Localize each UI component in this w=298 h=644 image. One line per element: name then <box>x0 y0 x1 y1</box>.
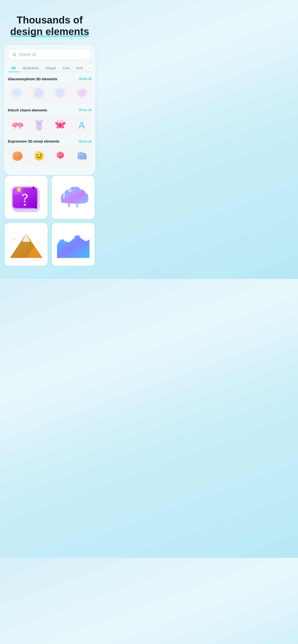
blue-cloud-3d <box>52 176 95 219</box>
kitsch-bear-card[interactable] <box>29 115 49 134</box>
svg-point-35 <box>59 155 60 156</box>
tab-shape[interactable]: Shape <box>42 64 59 72</box>
search-bar[interactable]: Search all <box>8 50 92 60</box>
svg-point-14 <box>36 122 38 123</box>
filter-tabs: All Illustration Shape Line Icon › <box>8 64 92 72</box>
svg-point-5 <box>17 124 18 126</box>
emoji-grid <box>8 146 92 166</box>
tab-line[interactable]: Line <box>59 64 73 72</box>
svg-point-37 <box>59 155 60 155</box>
featured-row-1: ? ⭐ ✦ ✦ <box>4 175 95 219</box>
wave-3d <box>52 223 95 266</box>
featured-row-2: ✦ ✦ <box>4 222 95 266</box>
svg-point-29 <box>41 154 41 155</box>
kitsch-letter-card[interactable]: A A <box>72 115 91 134</box>
featured-section: ? ⭐ ✦ ✦ <box>4 175 95 269</box>
star-icon-3: ✦ <box>34 206 38 210</box>
svg-point-25 <box>34 151 44 161</box>
mountain-star-1: ✦ <box>13 236 16 241</box>
svg-point-44 <box>83 156 83 156</box>
glassmorphism-show-all[interactable]: Show all <box>79 77 92 81</box>
svg-point-22 <box>19 156 20 157</box>
featured-card-cloud[interactable] <box>51 175 95 219</box>
glass-element-1[interactable] <box>8 84 27 103</box>
svg-point-17 <box>62 120 63 121</box>
tab-icon[interactable]: Icon <box>73 64 86 72</box>
kitsch-title: Kitsch charm elements <box>8 108 47 112</box>
svg-point-10 <box>36 120 42 127</box>
svg-point-42 <box>83 155 84 156</box>
tab-all[interactable]: All <box>8 64 19 72</box>
question-mark-3d: ? ⭐ ✦ ✦ <box>5 176 48 219</box>
svg-point-15 <box>60 122 61 128</box>
svg-text:A: A <box>78 120 85 130</box>
cloud-ghost-icon <box>75 149 89 163</box>
mountain-3d: ✦ ✦ <box>5 225 48 264</box>
happy-face-icon <box>32 149 46 163</box>
glass-shape-3 <box>54 87 67 100</box>
emoji-cookie-card[interactable] <box>8 146 27 166</box>
svg-point-54 <box>80 236 83 239</box>
glassmorphism-grid <box>8 84 92 103</box>
svg-point-49 <box>24 204 26 206</box>
emoji-hexagon-card[interactable] <box>51 146 70 166</box>
bear-icon <box>32 118 46 132</box>
svg-point-43 <box>81 156 81 156</box>
glass-shape-4 <box>75 87 89 100</box>
svg-point-53 <box>72 236 75 239</box>
kitsch-bow-card[interactable] <box>8 115 27 134</box>
emoji-section-header: Expressive 3D emoji elements Show all <box>8 139 92 143</box>
svg-point-16 <box>58 120 59 121</box>
svg-point-12 <box>40 123 41 124</box>
butterfly-icon <box>54 118 67 132</box>
featured-card-wave[interactable] <box>51 222 95 266</box>
featured-card-question[interactable]: ? ⭐ ✦ ✦ <box>4 175 48 219</box>
glassmorphism-title: Glassmorphism 3D elements <box>8 77 57 81</box>
glassmorphism-section-header: Glassmorphism 3D elements Show all <box>8 77 92 81</box>
hero-title: Thousands of design elements <box>3 14 96 38</box>
svg-point-24 <box>15 156 15 157</box>
svg-point-11 <box>37 123 38 124</box>
bow-icon <box>11 118 25 132</box>
glass-element-2[interactable] <box>29 84 49 103</box>
cookie-icon <box>11 149 25 163</box>
svg-point-13 <box>38 124 40 125</box>
tab-illustration[interactable]: Illustration <box>19 64 42 72</box>
star-icon-2: ✦ <box>32 186 35 190</box>
featured-card-mountain[interactable]: ✦ ✦ <box>4 222 48 266</box>
emoji-show-all[interactable]: Show all <box>79 140 92 143</box>
svg-line-1 <box>15 55 16 56</box>
svg-point-36 <box>61 155 62 156</box>
kitsch-show-all[interactable]: Show all <box>79 108 92 112</box>
main-card: Search all All Illustration Shape Line I… <box>4 45 95 176</box>
svg-point-52 <box>64 239 66 242</box>
emoji-title: Expressive 3D emoji elements <box>8 139 60 143</box>
svg-point-21 <box>18 153 19 154</box>
page-container: Thousands of design elements Search all … <box>0 0 99 279</box>
tabs-next-button[interactable]: › <box>86 64 93 71</box>
emoji-happy-card[interactable] <box>29 146 49 166</box>
chevron-right-icon: › <box>89 66 90 70</box>
glass-element-4[interactable] <box>72 84 91 103</box>
search-placeholder: Search all <box>19 52 36 57</box>
mountain-star-2: ✦ <box>37 240 39 244</box>
svg-point-23 <box>16 157 17 158</box>
search-icon <box>12 52 17 57</box>
glass-element-3[interactable] <box>51 84 70 103</box>
emoji-cloud-ghost-card[interactable] <box>72 146 91 166</box>
glass-shape-2 <box>32 87 46 100</box>
hexagon-icon <box>54 149 67 163</box>
svg-point-20 <box>15 154 16 155</box>
kitsch-butterfly-card[interactable] <box>51 115 70 134</box>
svg-point-38 <box>62 155 62 155</box>
letter-a-icon: A A <box>75 118 89 132</box>
svg-rect-50 <box>12 186 23 194</box>
glass-shape-1 <box>11 87 25 100</box>
svg-point-41 <box>80 155 81 156</box>
kitsch-grid: A A <box>8 115 92 134</box>
kitsch-section-header: Kitsch charm elements Show all <box>8 108 92 112</box>
